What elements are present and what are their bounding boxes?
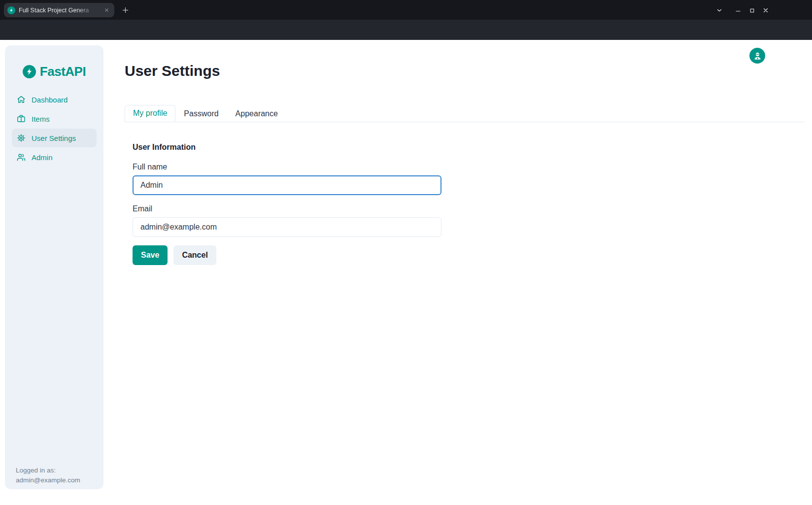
browser-tab[interactable]: Full Stack Project Genera — [4, 3, 114, 17]
tab-list: My profile Password Appearance — [125, 105, 805, 122]
fastapi-bolt-icon — [23, 65, 36, 78]
browser-toolbar: i localhost/settings 1 — [0, 20, 812, 40]
section-title: User Information — [133, 141, 805, 153]
sidebar-item-label: Items — [32, 115, 50, 123]
sidebar: FastAPI Dashboard Items User Settings Ad… — [5, 45, 103, 489]
full-name-input[interactable] — [133, 175, 441, 195]
briefcase-icon — [17, 114, 26, 123]
window-maximize-button[interactable] — [747, 5, 757, 15]
cancel-button[interactable]: Cancel — [173, 245, 216, 265]
sidebar-item-user-settings[interactable]: User Settings — [12, 129, 97, 147]
window-close-button[interactable] — [761, 5, 771, 15]
browser-titlebar: Full Stack Project Genera — [0, 0, 812, 20]
gear-icon — [17, 134, 26, 142]
page-title: User Settings — [125, 63, 805, 79]
main-content: User Settings My profile Password Appear… — [125, 40, 805, 265]
new-tab-button[interactable] — [120, 4, 131, 15]
page-content: FastAPI Dashboard Items User Settings Ad… — [0, 40, 812, 505]
logo-text: FastAPI — [40, 64, 86, 79]
fastapi-logo[interactable]: FastAPI — [5, 64, 103, 79]
tab-my-profile[interactable]: My profile — [125, 105, 175, 122]
logged-in-info: Logged in as: admin@example.com — [16, 466, 80, 485]
sidebar-item-dashboard[interactable]: Dashboard — [12, 90, 97, 109]
sidebar-nav: Dashboard Items User Settings Admin — [5, 90, 103, 167]
window-minimize-button[interactable] — [733, 5, 743, 15]
tab-close-icon[interactable] — [102, 6, 111, 15]
sidebar-item-label: Admin — [32, 153, 53, 162]
full-name-label: Full name — [133, 161, 805, 173]
profile-tab-panel: User Information Full name Email Save Ca… — [125, 122, 805, 265]
logged-in-label: Logged in as: — [16, 466, 80, 475]
home-icon — [17, 95, 26, 104]
save-button[interactable]: Save — [133, 245, 168, 265]
tab-search-chevron-icon[interactable] — [714, 5, 724, 15]
tab-password[interactable]: Password — [175, 105, 227, 122]
email-label: Email — [133, 203, 805, 215]
browser-tab-title: Full Stack Project Genera — [19, 7, 99, 14]
logged-in-email: admin@example.com — [16, 475, 80, 485]
sidebar-item-admin[interactable]: Admin — [12, 148, 97, 167]
sidebar-item-items[interactable]: Items — [12, 109, 97, 128]
sidebar-item-label: Dashboard — [32, 96, 68, 104]
tab-appearance[interactable]: Appearance — [227, 105, 286, 122]
email-input[interactable] — [133, 217, 441, 237]
sidebar-item-label: User Settings — [32, 134, 76, 142]
users-icon — [17, 153, 26, 162]
form-actions: Save Cancel — [133, 245, 805, 265]
fastapi-favicon-icon — [7, 6, 15, 14]
